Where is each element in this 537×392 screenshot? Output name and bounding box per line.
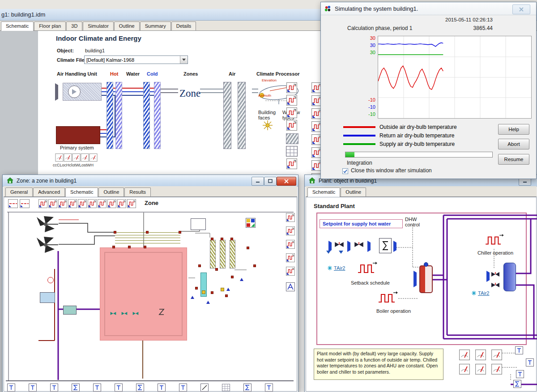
zone-tab-schematic[interactable]: Schematic <box>65 187 98 197</box>
schedule-icon[interactable] <box>78 199 87 208</box>
heat-exchanger-box[interactable] <box>40 292 55 303</box>
valve-icon[interactable] <box>132 309 139 313</box>
valve-icon[interactable] <box>110 309 116 313</box>
sensor-node[interactable] <box>221 288 224 291</box>
zone-tab-general[interactable]: General <box>5 187 33 196</box>
cold-water-return-riser[interactable] <box>154 82 161 149</box>
zone-tab-advanced[interactable]: Advanced <box>33 187 65 196</box>
interface-icon[interactable] <box>516 370 524 378</box>
boiler-operation-icon[interactable] <box>377 290 398 306</box>
tab-details[interactable]: Details <box>171 21 196 30</box>
hot-water-return-riser[interactable] <box>115 82 122 149</box>
help-button[interactable]: Help <box>498 124 529 135</box>
connection-node[interactable] <box>211 291 213 294</box>
tab-3d[interactable]: 3D <box>66 21 82 30</box>
interface-icon[interactable] <box>7 383 15 392</box>
interface-icon[interactable] <box>222 383 230 392</box>
tair2-link[interactable]: TAir2 <box>471 290 489 296</box>
meter-icon[interactable] <box>55 153 64 162</box>
sensor-node[interactable] <box>202 290 205 294</box>
interface-icon[interactable] <box>72 383 80 392</box>
valve-icon[interactable] <box>354 241 364 247</box>
connection-node[interactable] <box>247 247 249 249</box>
schedule-icon[interactable] <box>286 107 298 118</box>
meter-icon[interactable] <box>72 153 81 162</box>
sum-block[interactable] <box>379 238 392 253</box>
tair2-link[interactable]: TAir2 <box>327 265 345 271</box>
schedule-icon[interactable] <box>88 199 97 208</box>
schedule-icon[interactable] <box>286 158 298 169</box>
damper-icon[interactable] <box>158 308 165 315</box>
plant-tab-outline[interactable]: Outline <box>341 187 366 196</box>
connection-node[interactable] <box>231 276 234 278</box>
interface-icon[interactable] <box>265 383 273 392</box>
schedule-icon[interactable] <box>68 199 77 208</box>
meter-icon[interactable] <box>491 349 502 360</box>
meter-icon[interactable] <box>81 153 89 162</box>
zone-minimize-button[interactable] <box>251 177 264 186</box>
schedule-icon[interactable] <box>98 199 107 208</box>
setback-schedule-icon[interactable] <box>357 261 377 276</box>
sun-compass-icon[interactable] <box>262 119 273 131</box>
connection-node[interactable] <box>114 231 116 234</box>
edit-tool-icon[interactable] <box>8 199 18 208</box>
interface-icon[interactable] <box>513 380 521 388</box>
schedule-icon[interactable] <box>117 199 126 208</box>
interface-icon[interactable] <box>179 383 187 392</box>
schedule-icon[interactable] <box>48 199 57 208</box>
chiller-operation-icon[interactable] <box>484 233 504 247</box>
interface-icon[interactable] <box>115 383 123 392</box>
plant-tab-schematic[interactable]: Schematic <box>307 187 340 197</box>
meter-icon[interactable] <box>459 364 470 375</box>
pump-box[interactable] <box>63 306 77 315</box>
air-handling-unit-component[interactable] <box>63 83 102 101</box>
interface-icon[interactable] <box>136 383 144 392</box>
schedule-icon[interactable] <box>286 213 295 222</box>
zone-maximize-button[interactable] <box>264 177 277 186</box>
window-component[interactable] <box>220 240 226 268</box>
pump-icon[interactable] <box>47 277 54 283</box>
meter-icon[interactable] <box>475 364 486 375</box>
connection-node[interactable] <box>211 238 213 240</box>
connection-node[interactable] <box>144 246 146 248</box>
schedule-icon[interactable] <box>286 226 295 235</box>
auto-mode-icon[interactable] <box>286 282 295 291</box>
schedule-icon[interactable] <box>286 82 298 93</box>
zone-close-button[interactable] <box>277 177 296 186</box>
connection-node[interactable] <box>112 246 115 248</box>
window-component[interactable] <box>230 240 235 268</box>
window-grid-icon[interactable] <box>286 146 298 157</box>
air-terminal-box[interactable] <box>191 218 206 230</box>
zone-tab-outline[interactable]: Outline <box>98 187 124 196</box>
cold-water-riser[interactable] <box>143 82 150 149</box>
resume-button[interactable]: Resume <box>498 154 529 165</box>
abort-button[interactable]: Abort <box>498 139 529 149</box>
interface-icon[interactable] <box>243 383 251 392</box>
valve-icon[interactable] <box>121 309 128 313</box>
ceiling-construction[interactable] <box>115 232 180 244</box>
zone-volume-component[interactable] <box>100 247 187 341</box>
schedule-icon[interactable] <box>286 240 295 249</box>
interface-icon[interactable] <box>526 358 534 366</box>
connection-node[interactable] <box>179 231 181 234</box>
boiler-component[interactable] <box>419 265 433 293</box>
window-component[interactable] <box>210 240 216 268</box>
meter-icon[interactable] <box>89 153 98 162</box>
chiller-component[interactable] <box>503 263 516 291</box>
climate-file-dropdown[interactable]: [Default] Kalmar-1968 <box>84 55 188 64</box>
interface-icon[interactable] <box>29 383 37 392</box>
interface-icon[interactable] <box>50 383 58 392</box>
connection-node[interactable] <box>253 264 256 267</box>
connection-node[interactable] <box>198 264 201 267</box>
schedule-icon[interactable] <box>286 120 298 131</box>
controller-icon[interactable] <box>246 218 256 228</box>
meter-icon[interactable] <box>475 349 486 360</box>
schedule-icon[interactable] <box>127 199 136 208</box>
interface-icon[interactable] <box>158 383 166 392</box>
close-after-sim-checkbox[interactable] <box>342 168 348 174</box>
tab-floor-plan[interactable]: Floor plan <box>34 21 66 30</box>
tab-simulator[interactable]: Simulator <box>83 21 113 30</box>
zone-component-label[interactable]: Zone <box>179 88 200 99</box>
edit-tool-icon[interactable] <box>20 199 30 208</box>
tab-schematic[interactable]: Schematic <box>1 21 34 31</box>
